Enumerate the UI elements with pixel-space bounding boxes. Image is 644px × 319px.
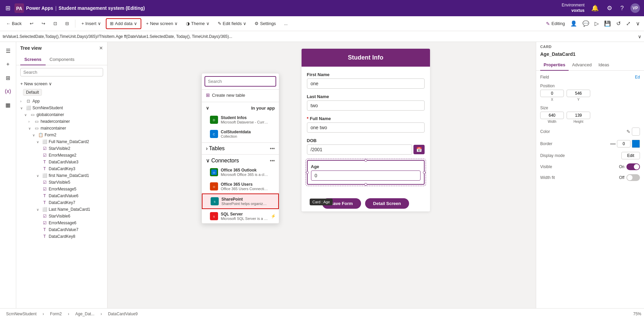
full-name-input[interactable] (307, 122, 425, 133)
add-data-button[interactable]: ⊞ Add data ∨ (106, 18, 141, 29)
tab-screens[interactable]: Screens (20, 54, 46, 65)
dob-input[interactable] (307, 144, 412, 155)
in-your-app-header[interactable]: ∨ In your app (202, 104, 279, 113)
tree-item-datacardvalue7[interactable]: T DataCardValue7 (16, 226, 107, 233)
width-fit-toggle[interactable] (626, 174, 640, 181)
tree-item-errormessage5[interactable]: ☑ ErrorMessage5 (16, 186, 107, 192)
tree-item-fullname-datacard[interactable]: ∨ ⬜ Full Name_DataCard2 (16, 138, 107, 145)
back-button[interactable]: ← Back (3, 18, 25, 29)
position-x-input[interactable] (540, 90, 564, 97)
first-name-input[interactable] (307, 78, 425, 89)
tree-item-errormessage5-label: ErrorMessage5 (49, 187, 76, 191)
visible-toggle[interactable] (626, 163, 640, 170)
size-height-input[interactable] (567, 112, 590, 119)
tree-item-lastname-datacard[interactable]: ∨ ⬜ Last Name_DataCard1 (16, 206, 107, 213)
tree-close-button[interactable]: ✕ (99, 45, 103, 51)
age-input[interactable] (311, 170, 421, 181)
waffle-icon[interactable]: ⊞ (4, 3, 12, 13)
create-new-table-item[interactable]: ⊞ Create new table (202, 90, 279, 100)
bottom-tab-form2[interactable]: Form2 (47, 310, 65, 318)
tree-item-scrnewstudent[interactable]: ∨ ⬜ ScrnNewStudent (16, 105, 107, 111)
theme-button[interactable]: ◑ Theme ∨ (183, 18, 213, 29)
screens-button[interactable]: ⊡ (50, 18, 61, 29)
edit-fields-button[interactable]: ✎ Edit fields ∨ (214, 18, 250, 29)
variables-icon-button[interactable]: (x) (2, 85, 14, 97)
more-button[interactable]: ... (281, 18, 291, 29)
undo2-icon-button[interactable]: ↺ (615, 19, 622, 28)
tree-item-datacardvalue3[interactable]: T DataCardValue3 (16, 159, 107, 165)
position-y-input[interactable] (567, 90, 590, 97)
expand-icon-button[interactable]: ⤢ (625, 19, 632, 28)
undo-button[interactable]: ↩ (26, 18, 37, 29)
gear-icon-button[interactable]: ⚙ (605, 3, 614, 13)
props-tab-advanced[interactable]: Advanced (569, 60, 595, 71)
settings-button[interactable]: ⚙ Settings (251, 18, 279, 29)
detail-screen-button[interactable]: Detail Screen (365, 198, 409, 209)
tree-item-errormessage2[interactable]: ☑ ErrorMessage2 (16, 152, 107, 159)
sql-item[interactable]: S SQL Server Microsoft SQL Server is a r… (202, 209, 279, 223)
border-value-input[interactable] (617, 140, 630, 147)
user-avatar[interactable]: VP (630, 3, 640, 13)
tree-item-datacardkey8[interactable]: T DataCardKey8 (16, 233, 107, 240)
tree-item-firstname-datacard[interactable]: ∨ ⬜ first Name_DataCard1 (16, 172, 107, 179)
save-icon-button[interactable]: 💾 (603, 19, 612, 28)
dropdown-search-input[interactable] (205, 76, 276, 87)
tables-section[interactable]: › Tables ••• (202, 144, 279, 153)
props-tab-properties[interactable]: Properties (540, 60, 569, 71)
props-tab-ideas[interactable]: Ideas (595, 60, 613, 71)
formula-input[interactable] (3, 34, 635, 39)
bottom-tab-age-dat[interactable]: Age_Dat... (72, 310, 98, 318)
border-color-swatch[interactable] (632, 140, 640, 148)
media-icon-button[interactable]: ▦ (2, 99, 14, 111)
tree-search-input[interactable] (20, 68, 103, 76)
tree-item-globalcontainer[interactable]: ∨ ▭ globalcontainer (16, 111, 107, 118)
color-swatch[interactable] (632, 128, 640, 136)
formula-chevron-icon[interactable]: ∨ (638, 34, 641, 39)
display-mode-button[interactable]: Edit (621, 152, 640, 159)
col-student-data-item[interactable]: C ColStudentdata Collection (202, 127, 279, 141)
bottom-tab-datacardvalue9[interactable]: DataCardValue9 (104, 310, 141, 318)
connectors-more-icon[interactable]: ••• (270, 158, 275, 163)
student-infos-item[interactable]: D Student Infos Microsoft Dataverse - Cu… (202, 113, 279, 127)
field-edit-button[interactable]: Ed (635, 75, 640, 79)
office365-users-item[interactable]: O Office 365 Users Office 365 Users Conn… (202, 179, 279, 193)
tree-item-app[interactable]: › ⊡ App (16, 98, 107, 105)
play-icon-button[interactable]: ▷ (593, 19, 600, 28)
size-width-input[interactable] (540, 112, 564, 119)
tree-item-datacardkey7[interactable]: T DataCardKey7 (16, 199, 107, 206)
tree-item-starvisible6[interactable]: ☑ StarVisible6 (16, 213, 107, 220)
help-icon-button[interactable]: ? (619, 3, 625, 13)
tree-item-headercontainer[interactable]: › ▭ headercontainer (16, 118, 107, 125)
screens2-button[interactable]: ⊟ (62, 18, 72, 29)
last-name-input[interactable] (307, 100, 425, 111)
tree-item-maincontainer[interactable]: ∨ ▭ maincontainer (16, 125, 107, 132)
add-icon-button[interactable]: + (2, 58, 14, 70)
tree-item-starvisible5[interactable]: ☑ StarVisible5 (16, 179, 107, 186)
insert-button[interactable]: + Insert ∨ (78, 18, 104, 29)
tree-item-datacardkey3[interactable]: T DataCardKey3 (16, 165, 107, 172)
calendar-button[interactable]: 📅 (413, 145, 425, 154)
new-screen-button[interactable]: + New screen ∨ (143, 18, 181, 29)
sharepoint-item[interactable]: S SharePoint SharePoint helps organizati… (202, 193, 279, 209)
new-screen-btn[interactable]: + New screen ∨ (16, 79, 107, 88)
chat-icon-button[interactable]: 💬 (581, 19, 591, 28)
card-name-value: Age_DataCard1 (540, 51, 575, 57)
first-name-label: First Name (307, 72, 425, 77)
connectors-section-header[interactable]: ∨ Connectors ••• (202, 156, 279, 165)
data-icon-button[interactable]: ⊞ (2, 72, 14, 84)
color-edit-icon[interactable]: ✎ (626, 129, 630, 134)
sidebar-icon-rail: ☰ + ⊞ (x) ▦ ⚙ (0, 42, 16, 319)
tab-components[interactable]: Components (46, 54, 79, 65)
more2-icon-button[interactable]: ∨ (635, 19, 641, 28)
tables-more-icon[interactable]: ••• (270, 146, 275, 151)
tree-item-datacardvalue6[interactable]: T DataCardValue6 (16, 192, 107, 199)
tree-item-errormessage6[interactable]: ☑ ErrorMessage6 (16, 220, 107, 226)
bell-icon-button[interactable]: 🔔 (590, 3, 600, 13)
tree-view-icon-button[interactable]: ☰ (2, 45, 14, 57)
bottom-tab-scrn[interactable]: ScrnNewStudent (3, 310, 40, 318)
tree-item-form2[interactable]: ∨ 📋 Form2 (16, 132, 107, 138)
tree-item-starvisible2[interactable]: ☑ StarVisible2 (16, 145, 107, 152)
redo-button[interactable]: ↪ (38, 18, 49, 29)
person-icon-button[interactable]: 👤 (569, 19, 578, 28)
office365-outlook-item[interactable]: O Office 365 Outlook Microsoft Office 36… (202, 165, 279, 179)
